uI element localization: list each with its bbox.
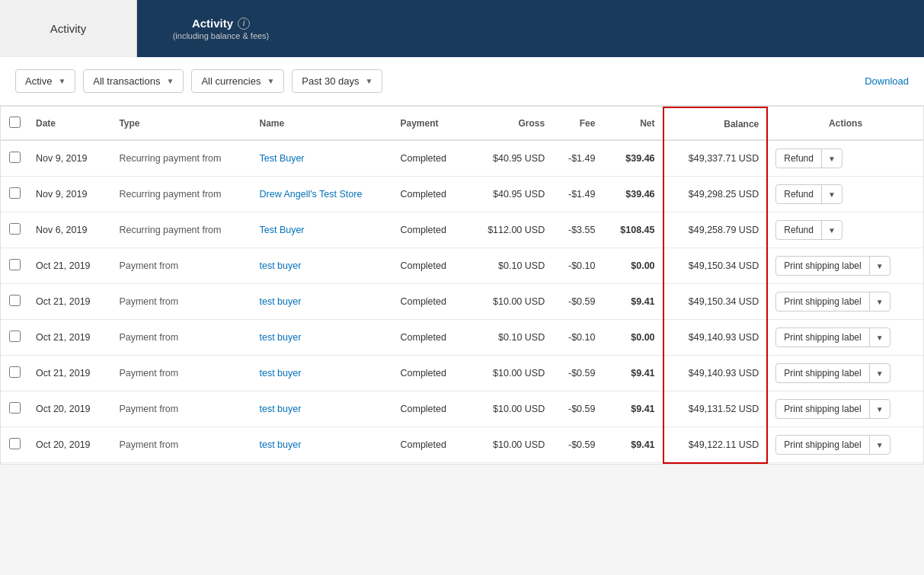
header-type: Type	[111, 107, 251, 140]
row-name-link[interactable]: Test Buyer	[259, 225, 304, 235]
row-checkbox[interactable]	[9, 295, 21, 306]
tab-activity-active[interactable]: Activity i (including balance & fees)	[137, 0, 305, 57]
row-name: test buyer	[251, 284, 392, 320]
row-name-link[interactable]: test buyer	[259, 296, 301, 307]
action-button[interactable]: Print shipping label ▼	[775, 435, 890, 455]
action-btn-label[interactable]: Print shipping label	[776, 400, 869, 418]
row-balance: $49,131.52 USD	[663, 391, 768, 427]
table-row: Oct 21, 2019 Payment from test buyer Com…	[1, 356, 923, 391]
action-btn-label[interactable]: Print shipping label	[776, 364, 869, 382]
action-button[interactable]: Print shipping label ▼	[775, 327, 890, 347]
row-net: $39.46	[603, 177, 663, 212]
row-actions-cell: Print shipping label ▼	[767, 427, 923, 463]
row-balance: $49,140.93 USD	[663, 320, 768, 356]
row-fee: -$0.59	[552, 427, 603, 463]
toolbar: Active ▼ All transactions ▼ All currenci…	[0, 57, 924, 106]
row-actions-cell: Print shipping label ▼	[767, 320, 923, 356]
row-name: test buyer	[251, 248, 392, 284]
action-btn-label[interactable]: Refund	[776, 185, 822, 203]
action-btn-label[interactable]: Print shipping label	[776, 436, 869, 454]
status-chevron-icon: ▼	[58, 77, 66, 85]
row-checkbox[interactable]	[9, 402, 21, 414]
row-name-link[interactable]: test buyer	[259, 260, 301, 271]
row-gross: $10.00 USD	[466, 427, 553, 463]
daterange-label: Past 30 days	[302, 75, 359, 87]
action-button[interactable]: Print shipping label ▼	[775, 363, 890, 383]
action-btn-label[interactable]: Refund	[776, 149, 822, 168]
row-checkbox-cell	[1, 427, 28, 463]
row-balance: $49,298.25 USD	[663, 177, 768, 212]
row-type: Recurring payment from	[111, 212, 251, 248]
header-checkbox-cell	[1, 107, 28, 140]
row-type: Payment from	[111, 284, 251, 320]
row-name: Drew Angell's Test Store	[251, 177, 392, 212]
daterange-dropdown[interactable]: Past 30 days ▼	[292, 69, 382, 93]
row-type: Payment from	[111, 248, 251, 284]
row-name-link[interactable]: test buyer	[259, 439, 301, 450]
row-checkbox[interactable]	[9, 331, 21, 342]
row-fee: -$0.10	[552, 320, 603, 356]
action-btn-label[interactable]: Print shipping label	[776, 292, 869, 311]
row-name-link[interactable]: Drew Angell's Test Store	[259, 189, 362, 200]
row-checkbox[interactable]	[9, 152, 21, 163]
select-all-checkbox[interactable]	[9, 117, 21, 128]
action-btn-label[interactable]: Refund	[776, 221, 822, 239]
action-btn-chevron-icon[interactable]: ▼	[870, 401, 890, 417]
row-checkbox-cell	[1, 140, 28, 177]
action-button[interactable]: Print shipping label ▼	[775, 256, 890, 276]
action-btn-chevron-icon[interactable]: ▼	[822, 187, 842, 203]
row-payment: Completed	[393, 320, 466, 356]
row-name-link[interactable]: test buyer	[259, 332, 301, 343]
action-button[interactable]: Refund ▼	[775, 220, 842, 240]
row-date: Oct 20, 2019	[28, 427, 111, 463]
action-btn-chevron-icon[interactable]: ▼	[870, 258, 890, 274]
action-btn-chevron-icon[interactable]: ▼	[822, 222, 842, 238]
row-name-link[interactable]: test buyer	[259, 368, 301, 379]
action-btn-chevron-icon[interactable]: ▼	[822, 151, 842, 167]
row-checkbox-cell	[1, 320, 28, 356]
status-dropdown[interactable]: Active ▼	[15, 69, 75, 93]
row-checkbox-cell	[1, 177, 28, 212]
row-gross: $112.00 USD	[466, 212, 553, 248]
info-icon[interactable]: i	[238, 18, 250, 30]
download-button[interactable]: Download	[865, 75, 909, 87]
action-button[interactable]: Print shipping label ▼	[775, 292, 890, 311]
action-btn-chevron-icon[interactable]: ▼	[870, 366, 890, 382]
row-fee: -$0.59	[552, 284, 603, 320]
transactions-dropdown[interactable]: All transactions ▼	[83, 69, 184, 93]
action-button[interactable]: Print shipping label ▼	[775, 399, 890, 419]
row-name-link[interactable]: Test Buyer	[259, 153, 304, 164]
action-btn-chevron-icon[interactable]: ▼	[870, 330, 890, 346]
row-date: Nov 6, 2019	[28, 212, 111, 248]
row-payment: Completed	[393, 356, 466, 391]
row-checkbox[interactable]	[9, 366, 21, 378]
row-actions-cell: Print shipping label ▼	[767, 248, 923, 284]
row-checkbox[interactable]	[9, 187, 21, 199]
row-net: $9.41	[603, 284, 663, 320]
tab-activity-inactive[interactable]: Activity	[0, 0, 137, 57]
action-btn-chevron-icon[interactable]: ▼	[870, 437, 890, 453]
action-btn-label[interactable]: Print shipping label	[776, 328, 869, 347]
table-row: Oct 21, 2019 Payment from test buyer Com…	[1, 320, 923, 356]
row-checkbox[interactable]	[9, 438, 21, 449]
row-date: Oct 21, 2019	[28, 320, 111, 356]
table-row: Nov 6, 2019 Recurring payment from Test …	[1, 212, 923, 248]
currencies-dropdown[interactable]: All currencies ▼	[191, 69, 284, 93]
action-button[interactable]: Refund ▼	[775, 149, 842, 168]
row-balance: $49,150.34 USD	[663, 284, 768, 320]
table-row: Oct 21, 2019 Payment from test buyer Com…	[1, 248, 923, 284]
row-fee: -$1.49	[552, 177, 603, 212]
header-net: Net	[603, 107, 663, 140]
row-actions-cell: Print shipping label ▼	[767, 356, 923, 391]
row-checkbox[interactable]	[9, 223, 21, 235]
row-name: test buyer	[251, 320, 392, 356]
action-btn-chevron-icon[interactable]: ▼	[870, 294, 890, 310]
row-checkbox[interactable]	[9, 259, 21, 270]
row-name: Test Buyer	[251, 212, 392, 248]
row-net: $9.41	[603, 356, 663, 391]
action-button[interactable]: Refund ▼	[775, 184, 842, 204]
row-checkbox-cell	[1, 284, 28, 320]
row-name-link[interactable]: test buyer	[259, 404, 301, 414]
row-type: Recurring payment from	[111, 140, 251, 177]
action-btn-label[interactable]: Print shipping label	[776, 257, 869, 275]
